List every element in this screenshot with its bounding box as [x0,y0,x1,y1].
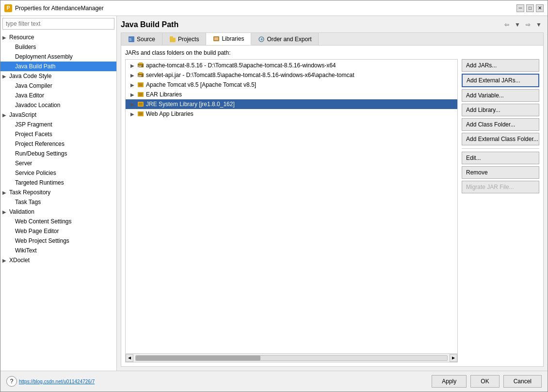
expand-arrow-icon: ▶ [2,209,7,215]
tree-item-label: servlet-api.jar - D:\Tomcat8.5\apache-to… [146,72,355,78]
tab-icon-source: S [128,36,135,43]
sidebar-item-label: Java Editor [15,92,44,99]
library-icon [137,91,144,98]
sidebar-item-label: Web Content Settings [15,218,72,225]
expand-arrow-icon: ▶ [2,258,7,263]
sidebar-item-project-references[interactable]: Project References [0,139,116,149]
sidebar-item-label: XDoclet [9,257,30,264]
nav-dropdown-button[interactable]: ▼ [513,20,522,30]
sidebar-item-web-content-settings[interactable]: Web Content Settings [0,217,116,226]
tab-source[interactable]: SSource [121,33,162,45]
minimize-button[interactable]: ─ [516,4,524,12]
tabs-bar: SSourceProjectsLibrariesOrder and Export [121,32,544,45]
tree-item-jre-system[interactable]: ▶JRE System Library [jre1.8.0_162] [126,99,457,109]
tree-item-label: Web App Libraries [146,110,193,117]
sidebar-item-targeted-runtimes[interactable]: Targeted Runtimes [0,178,116,188]
migrate-jar-button: Migrate JAR File... [462,181,539,193]
sidebar-item-resource[interactable]: ▶Resource [0,32,116,42]
scroll-left-button[interactable]: ◀ [126,354,133,362]
tab-libraries[interactable]: Libraries [206,33,251,45]
sidebar-item-jsp-fragment[interactable]: JSP Fragment [0,120,116,129]
scrollbar-track[interactable] [135,355,448,361]
sidebar-item-label: Project Facets [15,131,52,138]
ok-button[interactable]: OK [470,375,499,388]
tab-label-source: Source [137,36,155,43]
status-link[interactable]: https://blog.csdn.net/u011424726/7 [19,379,95,384]
bottom-bar: ? https://blog.csdn.net/u011424726/7 App… [0,371,548,392]
maximize-button[interactable]: □ [526,4,534,12]
sidebar-item-task-tags[interactable]: Task Tags [0,197,116,207]
tree-item-web-app[interactable]: ▶Web App Libraries [126,109,457,119]
sidebar-item-label: Run/Debug Settings [15,150,67,157]
svg-text:S: S [129,37,131,42]
nav-forward-button[interactable]: ⇨ [523,20,533,30]
tree-item-apache-tomcat[interactable]: ▶Apache Tomcat v8.5 [Apache Tomcat v8.5] [126,80,457,90]
scroll-right-button[interactable]: ▶ [450,354,457,362]
nav-arrows: ⇦ ▼ ⇨ ▼ [502,20,544,30]
sidebar-item-service-policies[interactable]: Service Policies [0,168,116,178]
sidebar-item-validation[interactable]: ▶Validation [0,207,116,217]
tab-projects[interactable]: Projects [162,33,206,45]
sidebar-item-label: Builders [15,44,36,50]
expand-arrow-icon: ▶ [2,190,7,195]
tree-item-servlet-jar[interactable]: ▶jarservlet-api.jar - D:\Tomcat8.5\apach… [126,70,457,80]
sidebar: ▶ResourceBuildersDeployment AssemblyJava… [0,16,117,371]
sidebar-item-wikitext[interactable]: WikiText [0,246,116,255]
add-external-jars-button[interactable]: Add External JARs... [462,74,539,87]
add-external-class-folder-button[interactable]: Add External Class Folder... [462,133,539,145]
window-controls: ─ □ ✕ [516,4,544,12]
tree-item-ear-libraries[interactable]: ▶EAR Libraries [126,90,457,99]
sidebar-item-xdoclet[interactable]: ▶XDoclet [0,255,116,265]
sidebar-item-javascript[interactable]: ▶JavaScript [0,110,116,120]
sidebar-item-project-facets[interactable]: Project Facets [0,129,116,139]
bottom-left: ? https://blog.csdn.net/u011424726/7 [6,376,95,387]
sidebar-item-web-page-editor[interactable]: Web Page Editor [0,226,116,236]
help-button[interactable]: ? [6,376,17,387]
nav-back-button[interactable]: ⇦ [502,20,512,30]
sidebar-item-label: Resource [9,34,34,41]
sidebar-item-label: Web Project Settings [15,237,69,244]
remove-button[interactable]: Remove [462,166,539,179]
library-icon [137,81,144,88]
tree-item-tomcat-jar[interactable]: ▶jarapache-tomcat-8.5.16 - D:\Tomcat8.5\… [126,61,457,70]
sidebar-item-label: Server [15,160,32,167]
cancel-button[interactable]: Cancel [503,375,542,388]
add-jars-button[interactable]: Add JARs... [462,59,539,72]
sidebar-item-javadoc-location[interactable]: Javadoc Location [0,100,116,110]
add-library-button[interactable]: Add Library... [462,104,539,116]
sidebar-item-label: Validation [9,208,34,215]
add-variable-button[interactable]: Add Variable... [462,89,539,102]
sidebar-item-run-debug-settings[interactable]: Run/Debug Settings [0,149,116,158]
horizontal-scrollbar: ◀ ▶ [126,353,457,362]
sidebar-item-label: Task Tags [15,199,41,205]
main-content: ▶ResourceBuildersDeployment AssemblyJava… [0,16,548,371]
properties-dialog: P Properties for AttendanceManager ─ □ ✕… [0,0,548,392]
sidebar-item-label: Web Page Editor [15,228,59,235]
sidebar-item-deployment-assembly[interactable]: Deployment Assembly [0,52,116,62]
tree-expand-icon: ▶ [130,102,135,107]
scrollbar-thumb [136,356,260,361]
sidebar-item-label: Service Policies [15,170,56,176]
jar-icon: jar [137,72,144,78]
add-class-folder-button[interactable]: Add Class Folder... [462,118,539,131]
edit-button[interactable]: Edit... [462,152,539,164]
sidebar-item-java-editor[interactable]: Java Editor [0,91,116,100]
sidebar-item-java-compiler[interactable]: Java Compiler [0,81,116,91]
nav-forward-dropdown-button[interactable]: ▼ [534,20,544,30]
sidebar-item-label: Project References [15,141,64,147]
close-button[interactable]: ✕ [536,4,544,12]
sidebar-item-task-repository[interactable]: ▶Task Repository [0,188,116,197]
tree-expand-icon: ▶ [130,92,135,97]
sidebar-item-label: Java Build Path [15,63,55,70]
sidebar-item-label: Javadoc Location [15,102,60,109]
tab-order-export[interactable]: Order and Export [251,33,319,45]
filter-input[interactable] [2,18,114,30]
apply-button[interactable]: Apply [432,375,467,388]
sidebar-item-java-code-style[interactable]: ▶Java Code Style [0,71,116,81]
tree-expand-icon: ▶ [130,73,135,78]
sidebar-item-web-project-settings[interactable]: Web Project Settings [0,236,116,246]
sidebar-item-java-build-path[interactable]: Java Build Path [0,62,116,71]
sidebar-item-builders[interactable]: Builders [0,42,116,52]
dialog-icon: P [4,4,12,12]
sidebar-item-server[interactable]: Server [0,158,116,168]
